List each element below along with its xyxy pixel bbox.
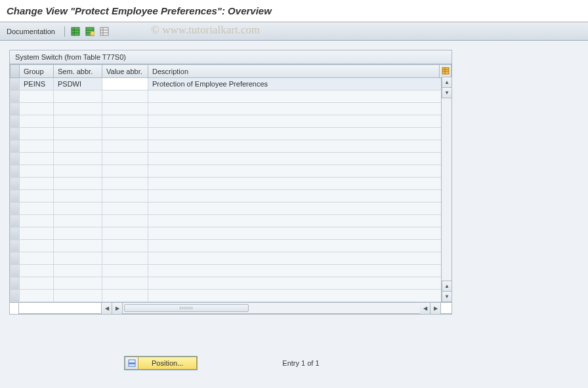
vscroll-step-down-button[interactable]: ▼: [442, 87, 452, 98]
row-selector[interactable]: [10, 252, 20, 265]
hscroll-thumb[interactable]: [124, 304, 249, 312]
table-row-empty: [10, 153, 452, 165]
svg-rect-8: [100, 28, 108, 35]
vscroll-track[interactable]: [442, 98, 452, 281]
row-selector[interactable]: [10, 140, 20, 153]
row-selector[interactable]: [10, 265, 20, 277]
row-selector[interactable]: [10, 153, 20, 165]
table-row-empty: [10, 227, 452, 240]
vertical-scrollbar: ▲▼▲▼: [441, 77, 452, 302]
table-row-empty: [10, 140, 452, 153]
vscroll-up-button[interactable]: ▲: [442, 77, 452, 88]
col-config-button[interactable]: [440, 65, 452, 78]
table-row-empty: [10, 277, 452, 290]
svg-rect-7: [91, 31, 94, 35]
documentation-label[interactable]: Documentation: [7, 28, 55, 35]
svg-rect-17: [129, 362, 135, 364]
row-selector[interactable]: [10, 203, 20, 215]
hscroll-left-button[interactable]: ◀: [101, 302, 112, 315]
row-selector[interactable]: [10, 165, 20, 178]
hscroll-step-left-end-button[interactable]: ◀: [419, 302, 430, 315]
cell-group: PEINS: [20, 78, 54, 90]
table-row-empty: [10, 240, 452, 252]
table-row: PEINSPSDWIProtection of Employee Prefere…: [10, 78, 452, 90]
entry-counter: Entry 1 of 1: [282, 359, 319, 367]
cell-value[interactable]: [102, 78, 148, 90]
row-selector[interactable]: [10, 90, 20, 103]
row-selector[interactable]: [10, 115, 20, 128]
vscroll-step-up-end-button[interactable]: ▲: [442, 281, 452, 292]
row-selector[interactable]: [10, 78, 20, 90]
table-row-empty: [10, 90, 452, 103]
table-row-empty: [10, 115, 452, 128]
data-table: Group Sem. abbr. Value abbr. Description…: [10, 64, 452, 302]
position-button[interactable]: Position...: [125, 357, 197, 370]
col-header-desc[interactable]: Description: [148, 65, 440, 78]
svg-rect-0: [72, 28, 79, 35]
cell-desc: Protection of Employee Preferences: [148, 78, 452, 90]
toolbar-separator: [64, 26, 65, 37]
row-selector[interactable]: [10, 103, 20, 115]
table-row-empty: [10, 203, 452, 215]
row-selector[interactable]: [10, 240, 20, 252]
row-selector[interactable]: [10, 227, 20, 240]
horizontal-scrollbar: ◀ ▶ ◀ ▶: [10, 302, 452, 314]
application-toolbar: Documentation: [0, 22, 588, 41]
table-row-empty: [10, 265, 452, 277]
table-frame: System Switch (from Table T77S0) Group S…: [9, 50, 452, 315]
vscroll-down-button[interactable]: ▼: [442, 291, 452, 302]
table-row-empty: [10, 178, 452, 190]
content-area: System Switch (from Table T77S0) Group S…: [0, 41, 588, 388]
hscroll-right-button[interactable]: ▶: [430, 302, 441, 315]
col-header-value[interactable]: Value abbr.: [102, 65, 148, 78]
toolbar-icon-2[interactable]: [83, 26, 96, 37]
table-row-empty: [10, 103, 452, 115]
col-header-group[interactable]: Group: [20, 65, 54, 78]
col-header-sem[interactable]: Sem. abbr.: [54, 65, 102, 78]
table-row-empty: [10, 165, 452, 178]
table-row-empty: [10, 290, 452, 302]
hscroll-step-right-button[interactable]: ▶: [112, 302, 123, 315]
table-row-empty: [10, 128, 452, 140]
row-selector[interactable]: [10, 290, 20, 302]
row-selector[interactable]: [10, 277, 20, 290]
table-row-empty: [10, 252, 452, 265]
position-icon: [125, 357, 138, 369]
position-button-label: Position...: [138, 359, 196, 367]
cell-sem: PSDWI: [54, 78, 102, 90]
footer-row: Position... Entry 1 of 1: [0, 357, 588, 370]
select-all-header[interactable]: [10, 65, 20, 78]
toolbar-icon-3[interactable]: [98, 26, 111, 37]
toolbar-icon-1[interactable]: [69, 26, 82, 37]
row-selector[interactable]: [10, 215, 20, 227]
table-row-empty: [10, 215, 452, 227]
table-caption: System Switch (from Table T77S0): [10, 50, 452, 64]
row-selector[interactable]: [10, 178, 20, 190]
table-settings-icon: [442, 67, 450, 75]
table-row-empty: [10, 190, 452, 203]
row-selector[interactable]: [10, 128, 20, 140]
page-title: Change View "Protect Employee Preference…: [0, 0, 588, 22]
hscroll-track[interactable]: [123, 303, 420, 314]
svg-rect-12: [442, 68, 449, 74]
row-selector[interactable]: [10, 190, 20, 203]
